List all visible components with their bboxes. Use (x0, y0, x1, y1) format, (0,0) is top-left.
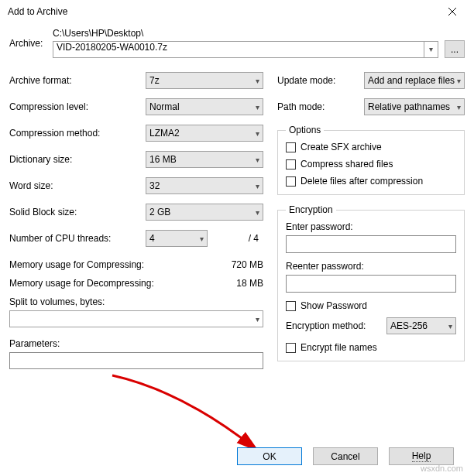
show-password-label: Show Password (301, 300, 367, 311)
memory-decompressing-label: Memory usage for Decompressing: (9, 278, 154, 289)
cpu-threads-max: / 4 (249, 233, 263, 244)
compression-method-select[interactable]: LZMA2▾ (146, 125, 263, 142)
options-legend: Options (286, 125, 324, 135)
ok-button[interactable]: OK (237, 447, 302, 465)
encrypt-filenames-checkbox[interactable] (286, 343, 296, 353)
close-button[interactable] (437, 1, 468, 22)
split-volumes-label: Split to volumes, bytes: (9, 296, 263, 307)
parameters-label: Parameters: (9, 338, 263, 349)
show-password-checkbox[interactable] (286, 301, 296, 311)
compression-method-label: Compression method: (9, 128, 146, 139)
chevron-down-icon: ▾ (457, 77, 461, 85)
compress-shared-checkbox[interactable] (286, 159, 296, 170)
chevron-down-icon: ▾ (256, 77, 259, 85)
compress-shared-label: Compress shared files (301, 159, 393, 170)
archive-format-label: Archive format: (9, 75, 146, 86)
close-icon (448, 8, 456, 15)
word-size-label: Word size: (9, 180, 146, 191)
delete-after-label: Delete files after compression (301, 176, 423, 187)
encrypt-filenames-label: Encrypt file names (301, 342, 377, 353)
window-title: Add to Archive (8, 6, 67, 17)
archive-filename-input[interactable]: VID-20180205-WA0010.7z (53, 41, 424, 58)
chevron-down-icon: ▾ (457, 103, 461, 111)
chevron-down-icon: ▾ (256, 208, 259, 217)
delete-after-checkbox[interactable] (286, 176, 296, 187)
chevron-down-icon: ▾ (256, 103, 259, 111)
path-mode-label: Path mode: (277, 101, 364, 112)
chevron-down-icon: ▾ (256, 315, 259, 324)
encryption-method-label: Encryption method: (286, 320, 386, 331)
memory-compressing-value: 720 MB (232, 259, 263, 270)
split-volumes-select[interactable]: ▾ (9, 310, 263, 327)
compression-level-label: Compression level: (9, 101, 146, 112)
cancel-button[interactable]: Cancel (313, 447, 378, 465)
solid-block-size-label: Solid Block size: (9, 207, 146, 217)
chevron-down-icon: ▾ (256, 129, 259, 138)
chevron-down-icon: ▾ (256, 156, 259, 164)
word-size-select[interactable]: 32▾ (146, 177, 263, 194)
archive-path: C:\Users\HP\Desktop\ (53, 28, 143, 39)
watermark: wsxdn.com (421, 464, 463, 473)
enter-password-input[interactable] (286, 235, 456, 253)
memory-decompressing-value: 18 MB (236, 278, 263, 289)
archive-dropdown-button[interactable]: ▾ (424, 41, 438, 58)
encryption-method-select[interactable]: AES-256▾ (386, 317, 456, 334)
browse-button[interactable]: ... (445, 40, 465, 58)
update-mode-select[interactable]: Add and replace files▾ (364, 72, 465, 89)
chevron-down-icon: ▾ (429, 45, 433, 53)
cpu-threads-select[interactable]: 4▾ (146, 230, 208, 247)
create-sfx-label: Create SFX archive (301, 142, 382, 152)
compression-level-select[interactable]: Normal▾ (146, 98, 263, 115)
path-mode-select[interactable]: Relative pathnames▾ (364, 98, 465, 115)
chevron-down-icon: ▾ (256, 182, 259, 190)
encryption-group: Encryption Enter password: Reenter passw… (277, 204, 465, 361)
reenter-password-input[interactable] (286, 275, 456, 293)
options-group: Options Create SFX archive Compress shar… (277, 125, 465, 195)
create-sfx-checkbox[interactable] (286, 142, 296, 152)
chevron-down-icon: ▾ (200, 235, 204, 243)
chevron-down-icon: ▾ (448, 322, 452, 330)
archive-format-select[interactable]: 7z▾ (146, 72, 263, 89)
reenter-password-label: Reenter password: (286, 261, 456, 272)
dictionary-size-label: Dictionary size: (9, 154, 146, 165)
enter-password-label: Enter password: (286, 221, 456, 232)
dictionary-size-select[interactable]: 16 MB▾ (146, 151, 263, 168)
memory-compressing-label: Memory usage for Compressing: (9, 259, 144, 270)
cpu-threads-label: Number of CPU threads: (9, 233, 146, 244)
solid-block-size-select[interactable]: 2 GB▾ (146, 204, 263, 221)
parameters-input[interactable] (9, 352, 263, 369)
encryption-legend: Encryption (286, 204, 336, 215)
update-mode-label: Update mode: (277, 75, 364, 86)
help-button[interactable]: Help (389, 447, 454, 465)
archive-label: Archive: (9, 38, 53, 49)
